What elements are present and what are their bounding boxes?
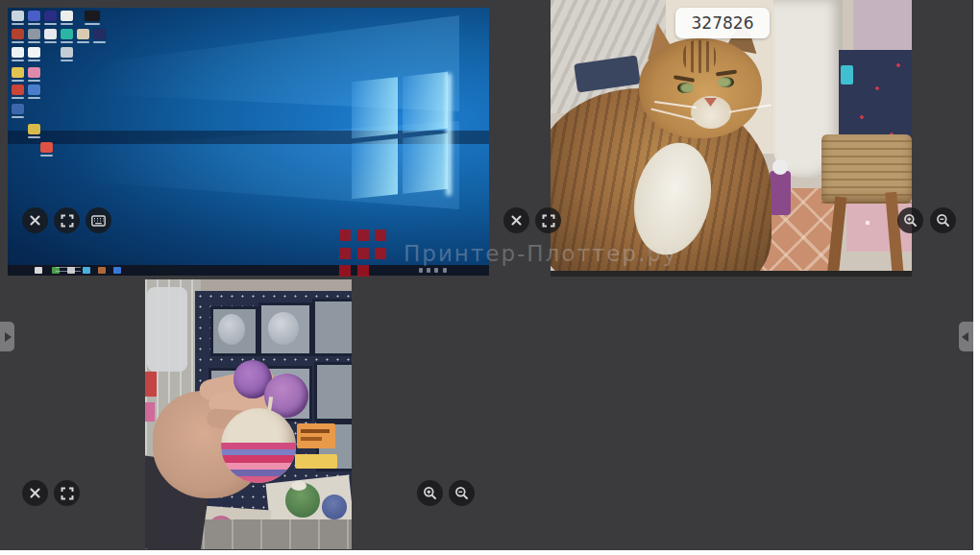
desktop-icon[interactable] xyxy=(28,124,40,134)
close-icon xyxy=(29,487,41,499)
close-icon xyxy=(29,214,41,227)
desktop-icons-layer xyxy=(8,8,489,265)
fullscreen-button[interactable] xyxy=(535,207,561,233)
fullscreen-button[interactable] xyxy=(54,480,80,506)
desktop-icon[interactable] xyxy=(12,67,24,78)
desktop-icon[interactable] xyxy=(93,29,106,39)
zoom-out-icon xyxy=(454,486,469,500)
desktop-icon[interactable] xyxy=(28,29,40,39)
cat-photo[interactable] xyxy=(551,0,912,277)
cat-forehead-stripes xyxy=(683,40,716,73)
knitted-ball xyxy=(221,408,296,483)
desktop-icon[interactable] xyxy=(28,47,40,58)
desktop-icon[interactable] xyxy=(28,84,40,95)
pane-top-right: 327826 xyxy=(492,0,973,277)
wicker-weave xyxy=(821,134,912,204)
desktop-icon[interactable] xyxy=(12,11,24,21)
pink-item xyxy=(145,402,155,422)
blue-ornament xyxy=(322,495,347,519)
desktop-icon[interactable] xyxy=(44,11,57,21)
pane-bottom-right-empty xyxy=(492,279,973,550)
desktop-icon[interactable] xyxy=(28,11,40,21)
pane-bottom-left xyxy=(0,279,490,550)
desktop-icon[interactable] xyxy=(28,67,40,78)
red-item xyxy=(145,372,157,397)
ball-stripe xyxy=(221,463,296,470)
desktop-icon[interactable] xyxy=(12,104,24,114)
tray-icon xyxy=(419,268,423,273)
boxed-ball xyxy=(268,312,299,345)
close-button[interactable] xyxy=(22,480,48,506)
zoom-in-icon xyxy=(903,213,918,228)
desktop-icon[interactable] xyxy=(12,84,24,95)
silver-tinsel xyxy=(147,287,187,372)
zoom-in-icon xyxy=(423,486,437,500)
zoom-out-button[interactable] xyxy=(930,207,956,233)
system-tray-layer xyxy=(411,265,489,276)
zoom-out-button[interactable] xyxy=(449,480,475,506)
image-id-badge: 327826 xyxy=(675,8,770,38)
pane-top-left xyxy=(0,0,490,277)
knitted-ornament-photo[interactable] xyxy=(145,279,352,549)
taskbar-icon[interactable] xyxy=(35,267,42,274)
taskbar-icon[interactable] xyxy=(83,267,90,274)
cat-eye-right xyxy=(718,77,734,87)
tray-icon xyxy=(443,268,447,273)
fullscreen-icon xyxy=(61,214,74,228)
white-ornament xyxy=(772,159,788,175)
purple-bottle xyxy=(770,171,791,215)
fullscreen-button[interactable] xyxy=(54,207,80,233)
chevron-left-icon xyxy=(962,332,968,342)
zoom-in-button[interactable] xyxy=(897,207,923,233)
box-window xyxy=(314,362,352,422)
close-button[interactable] xyxy=(22,207,48,233)
desktop-icon[interactable] xyxy=(44,29,57,39)
price-tag xyxy=(297,423,335,448)
tray-icon xyxy=(434,268,438,273)
desktop-icon[interactable] xyxy=(40,142,53,153)
boxed-ball xyxy=(218,314,245,345)
zoom-in-button[interactable] xyxy=(417,480,443,506)
desktop-icon[interactable] xyxy=(61,11,73,21)
desktop-icon[interactable] xyxy=(85,11,100,21)
price-tag xyxy=(295,454,337,469)
close-icon xyxy=(510,214,523,227)
ball-stripe xyxy=(221,455,296,463)
keyboard-icon xyxy=(91,215,106,227)
chevron-right-icon xyxy=(5,332,12,342)
ball-stripe xyxy=(221,443,296,449)
ornament-cap xyxy=(291,481,306,491)
teal-tag xyxy=(841,65,853,84)
image-grid-viewer: 327826 xyxy=(0,0,973,550)
fullscreen-icon xyxy=(542,214,555,228)
price-tag-text xyxy=(301,437,322,441)
desktop-icon[interactable] xyxy=(12,47,24,58)
taskbar-icon[interactable] xyxy=(98,267,106,274)
price-tag-text xyxy=(301,429,330,433)
windows-desktop-screenshot[interactable] xyxy=(8,8,489,276)
keyboard-button[interactable] xyxy=(86,207,111,233)
windows-taskbar[interactable] xyxy=(8,265,489,276)
desktop-icon[interactable] xyxy=(61,47,73,58)
tray-icon xyxy=(427,268,430,273)
desktop-icon[interactable] xyxy=(77,29,89,39)
taskbar-clock xyxy=(56,267,81,274)
desktop-icon[interactable] xyxy=(12,29,24,39)
fullscreen-icon xyxy=(61,487,74,500)
desktop-icon[interactable] xyxy=(61,29,73,39)
photo-bottom-edge xyxy=(551,271,912,277)
left-panel-expand-handle[interactable] xyxy=(0,322,14,351)
close-button[interactable] xyxy=(503,207,529,233)
cat-eye-left xyxy=(677,83,694,93)
right-panel-expand-handle[interactable] xyxy=(959,322,973,351)
box-window xyxy=(312,299,352,356)
zoom-out-icon xyxy=(936,213,950,228)
taskbar-icon[interactable] xyxy=(113,267,121,274)
